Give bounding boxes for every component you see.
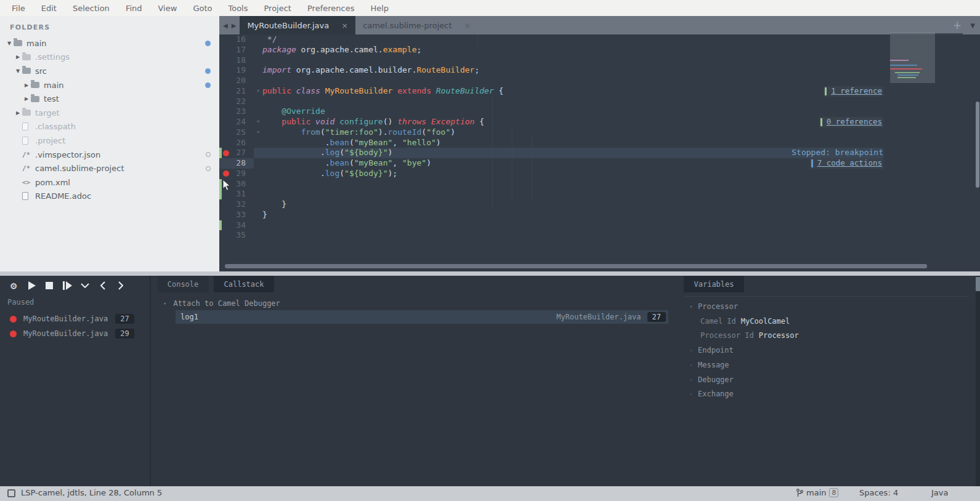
breakpoint-gutter[interactable] [222, 230, 230, 241]
gutter[interactable]: 29 [219, 169, 254, 179]
disclosure-down-icon[interactable]: ▼ [14, 68, 22, 74]
breakpoint-gutter[interactable] [222, 220, 230, 231]
menu-preferences[interactable]: Preferences [299, 4, 362, 13]
gutter[interactable]: 27 [219, 148, 254, 158]
gutter[interactable]: 34 [219, 220, 254, 231]
callstack-frame[interactable]: log1 MyRouteBuilder.java 27 [176, 310, 668, 324]
editor-horizontal-scrollbar[interactable] [225, 264, 927, 268]
breakpoint-gutter[interactable] [222, 97, 230, 107]
code-line-27[interactable]: 27 .log("${body}")Stopped: breakpoint [219, 148, 980, 158]
bottom-scrollbar-thumb[interactable] [976, 277, 980, 291]
menu-goto[interactable]: Goto [185, 4, 220, 13]
gutter[interactable]: 24 [219, 117, 254, 127]
gutter[interactable]: 25 [219, 127, 254, 138]
sidebar-item-test[interactable]: ▶test [0, 92, 219, 106]
code-line-33[interactable]: 33} [219, 210, 980, 220]
breakpoint-icon[interactable] [10, 331, 17, 337]
breakpoint-gutter[interactable] [222, 86, 230, 97]
code-line-23[interactable]: 23 @Override [219, 106, 980, 117]
sidebar-item-main[interactable]: ▼main [0, 36, 219, 50]
gutter[interactable]: 28 [219, 158, 254, 169]
chevron-right-icon[interactable]: › [686, 362, 696, 368]
fold-arrow-icon[interactable]: ▼ [254, 117, 262, 127]
ref0-annotation[interactable]: 0 references [819, 117, 883, 127]
annotation-link[interactable]: 7 code actions [817, 158, 882, 169]
breakpoint-icon[interactable] [223, 150, 229, 156]
tab-console[interactable]: Console [157, 276, 209, 292]
code-line-22[interactable]: 22 [219, 97, 980, 107]
breakpoint-row[interactable]: MyRouteBuilder.java27 [0, 311, 150, 326]
breakpoint-gutter[interactable] [222, 210, 230, 220]
fold-arrow-icon[interactable]: ▼ [254, 127, 262, 138]
disclosure-down-icon[interactable]: ▼ [5, 41, 14, 46]
fold-arrow-icon[interactable]: ▼ [254, 86, 262, 97]
breakpoint-gutter[interactable] [222, 55, 230, 66]
code-line-16[interactable]: 16 */ [219, 34, 980, 45]
editor-vertical-scrollbar[interactable] [976, 102, 979, 188]
tab-callstack[interactable]: Callstack [214, 276, 274, 292]
sidebar-item-target[interactable]: ▶target [0, 106, 219, 120]
disclosure-right-icon[interactable]: ▶ [14, 54, 22, 60]
code-line-25[interactable]: 25▼ from("timer:foo").routeId("foo") [219, 127, 980, 138]
gutter[interactable]: 18 [219, 55, 254, 66]
variable-processor-id[interactable]: Processor IdProcessor [679, 329, 980, 342]
code-line-20[interactable]: 20 [219, 76, 980, 86]
gutter[interactable]: 20 [219, 76, 254, 86]
gutter[interactable]: 23 [219, 106, 254, 117]
variable-group-exchange[interactable]: ›Exchange [679, 388, 980, 400]
gutter[interactable]: 31 [219, 189, 254, 199]
breakpoint-gutter[interactable] [222, 148, 230, 158]
menu-selection[interactable]: Selection [65, 4, 118, 13]
tab-nav-right-icon[interactable]: ▶ [232, 22, 237, 29]
menu-find[interactable]: Find [118, 4, 150, 13]
breakpoint-gutter[interactable] [222, 65, 230, 76]
breakpoint-icon[interactable] [223, 170, 229, 177]
annotation-link[interactable]: 0 references [827, 117, 882, 127]
sidebar-item--project[interactable]: .project [0, 134, 219, 148]
git-branch-status[interactable]: main 8 [796, 488, 838, 497]
code-line-28[interactable]: 28 .bean("myBean", "bye")7 code actions [219, 158, 980, 169]
menu-help[interactable]: Help [362, 4, 397, 13]
sidebar-item-camel-sublime-project[interactable]: /*camel.sublime-project [0, 161, 219, 175]
disclosure-right-icon[interactable]: ▶ [22, 82, 31, 88]
breakpoint-gutter[interactable] [222, 45, 230, 55]
tab-overflow-icon[interactable]: ▼ [970, 22, 975, 29]
gutter[interactable]: 21 [219, 86, 254, 97]
variable-camel-id[interactable]: Camel IdMyCoolCamel [679, 315, 980, 327]
new-tab-icon[interactable]: + [953, 19, 962, 31]
chevron-right-icon[interactable]: › [686, 377, 696, 383]
chevron-right-icon[interactable] [116, 281, 126, 291]
stop-icon[interactable] [44, 281, 54, 291]
code-line-30[interactable]: 30 [219, 179, 980, 190]
status-spaces[interactable]: Spaces: 4 [859, 488, 898, 497]
breakpoint-gutter[interactable] [222, 76, 230, 86]
variable-group-processor[interactable]: ▾Processor [679, 300, 980, 313]
menu-file[interactable]: File [4, 4, 33, 13]
tab-camel-sublime-project[interactable]: camel.sublime-project × [355, 16, 478, 34]
gutter[interactable]: 17 [219, 45, 254, 55]
menu-tools[interactable]: Tools [220, 4, 256, 13]
chevron-left-icon[interactable] [98, 281, 108, 291]
settings-gear-icon[interactable]: ⚙ [9, 281, 18, 291]
breakpoint-gutter[interactable] [222, 117, 230, 127]
code-line-34[interactable]: 34 [219, 220, 980, 231]
minimap[interactable] [890, 33, 963, 83]
ref1-annotation[interactable]: 1 reference [824, 86, 883, 97]
tab-myroutebuilder[interactable]: MyRouteBuilder.java × [240, 16, 355, 34]
code-line-24[interactable]: 24▼ public void configure() throws Excep… [219, 117, 980, 127]
gutter[interactable]: 32 [219, 199, 254, 210]
bottom-scrollbar-track[interactable] [976, 276, 980, 486]
breakpoint-gutter[interactable] [222, 34, 230, 45]
code-line-31[interactable]: 31 [219, 189, 980, 199]
menu-view[interactable]: View [150, 4, 185, 13]
tab-nav-left-icon[interactable]: ◀ [223, 22, 228, 29]
code-line-32[interactable]: 32 } [219, 199, 980, 210]
sidebar-item-pom-xml[interactable]: <>pom.xml [0, 175, 219, 190]
breakpoint-icon[interactable] [10, 316, 17, 323]
disclosure-right-icon[interactable]: ▶ [22, 96, 31, 102]
gutter[interactable]: 16 [219, 34, 254, 45]
sidebar-item--classpath[interactable]: .classpath [0, 120, 219, 134]
sidebar-item--settings[interactable]: ▶.settings [0, 50, 219, 65]
gutter[interactable]: 19 [219, 65, 254, 76]
code-line-18[interactable]: 18 [219, 55, 980, 66]
